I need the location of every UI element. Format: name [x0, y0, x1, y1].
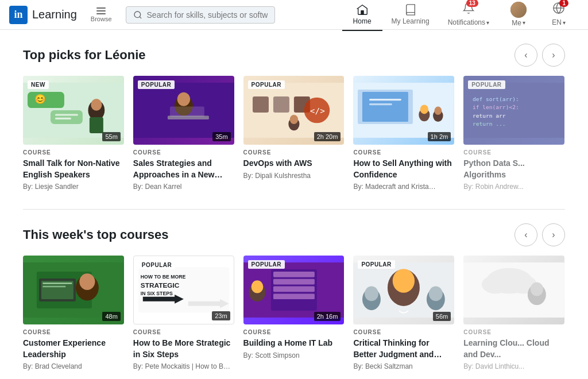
card-type-2: COURSE	[133, 149, 234, 156]
card-author-w2: By: Pete Mockaitis | How to Be Awesom...	[133, 362, 234, 370]
card-author-5: By: Robin Andrew...	[463, 183, 564, 191]
card-duration-3: 2h 20m	[314, 132, 341, 141]
svg-point-44	[79, 273, 95, 290]
nav-notifications-label: Notifications	[448, 18, 485, 26]
top-picks-section: Top picks for Léonie ‹ ›	[23, 44, 565, 191]
svg-line-1	[140, 17, 141, 18]
nav-language-label: EN	[552, 18, 562, 26]
card-badge-1: NEW	[28, 80, 49, 89]
card-author-w4: By: Becki Saltzman	[353, 362, 454, 370]
card-author-w1: By: Brad Cleveland	[23, 362, 124, 370]
top-courses-card-4[interactable]: POPULAR 56m COURSE Critical Thinking for…	[353, 256, 454, 370]
search-input[interactable]	[147, 10, 268, 20]
card-type-w3: COURSE	[243, 329, 345, 335]
svg-text:if len(arr)<2:: if len(arr)<2:	[473, 104, 519, 110]
card-thumb-5: def sort(arr): if len(arr)<2: return arr…	[463, 76, 564, 145]
card-thumb-w5	[463, 256, 564, 324]
card-duration-w2: 23m	[212, 311, 230, 320]
nav-home-label: Home	[353, 17, 372, 25]
svg-rect-18	[170, 107, 204, 117]
book-icon	[404, 3, 417, 16]
card-badge-5: POPULAR	[468, 80, 505, 89]
svg-point-0	[134, 11, 141, 18]
nav-notifications[interactable]: 13 Notifications ▾	[439, 0, 498, 32]
top-picks-next-button[interactable]: ›	[542, 44, 565, 67]
card-thumb-2: POPULAR 35m	[133, 76, 234, 145]
svg-rect-58	[273, 287, 315, 292]
nav-my-learning[interactable]: My Learning	[382, 0, 439, 31]
main-nav: Home My Learning 13 Notifications ▾	[342, 0, 579, 33]
top-picks-cards-row: 😊 NEW 55m COURSE Small Talk for Non-Nati…	[23, 76, 565, 191]
avatar	[510, 2, 527, 18]
svg-rect-59	[273, 294, 315, 300]
card-author-w5: By: David Linthicu...	[463, 362, 564, 370]
svg-text:STRATEGIC: STRATEGIC	[141, 281, 180, 289]
card-type-w4: COURSE	[353, 329, 454, 335]
browse-button[interactable]: Browse	[86, 5, 117, 25]
svg-point-8	[91, 99, 102, 111]
card-type-3: COURSE	[243, 149, 345, 156]
nav-my-learning-label: My Learning	[392, 17, 430, 25]
card-title-5: Python Data S... Algorithms	[463, 158, 564, 180]
linkedin-logo-icon: in	[9, 6, 28, 24]
card-thumb-w4: POPULAR 56m	[353, 256, 454, 324]
card-duration-w1: 48m	[102, 312, 120, 321]
top-courses-card-5[interactable]: COURSE Learning Clou... Cloud and Dev...…	[463, 256, 564, 370]
svg-point-68	[429, 287, 443, 301]
svg-text:def sort(arr):: def sort(arr):	[473, 96, 519, 102]
svg-rect-13	[55, 118, 71, 119]
me-chevron-icon: ▾	[523, 20, 525, 26]
card-type-w5: COURSE	[463, 329, 564, 335]
svg-point-26	[289, 115, 297, 124]
top-picks-card-4[interactable]: 1h 2m COURSE How to Sell Anything with C…	[353, 76, 454, 191]
browse-label: Browse	[91, 16, 112, 22]
card-author-4: By: Madecraft and Krista Demcher	[353, 183, 454, 191]
svg-text:😊: 😊	[34, 94, 46, 105]
card-type-5: COURSE	[463, 149, 564, 156]
card-title-1: Small Talk for Non-Native English Speake…	[23, 158, 124, 180]
top-picks-card-5[interactable]: def sort(arr): if len(arr)<2: return arr…	[463, 76, 564, 191]
card-thumb-1: 😊 NEW 55m	[23, 76, 124, 145]
top-courses-prev-button[interactable]: ‹	[514, 223, 537, 246]
card-title-w3: Building a Home IT Lab	[243, 338, 345, 349]
svg-text:return arr: return arr	[473, 113, 506, 119]
svg-rect-20	[253, 96, 269, 113]
svg-rect-34	[369, 99, 401, 100]
svg-rect-35	[369, 103, 392, 105]
top-courses-section: This week's top courses ‹ ›	[23, 223, 565, 370]
card-author-w3: By: Scott Simpson	[243, 351, 345, 359]
top-courses-title: This week's top courses	[23, 227, 168, 242]
nav-home[interactable]: Home	[342, 0, 382, 31]
card-thumb-4: 1h 2m	[353, 76, 454, 145]
search-bar[interactable]	[126, 6, 275, 24]
card-type-4: COURSE	[353, 149, 454, 156]
svg-point-71	[482, 276, 509, 294]
top-picks-card-3[interactable]: </> POPULAR 2h 20m COURSE DevOps with AW…	[243, 76, 345, 191]
card-author-3: By: Dipali Kulshrestha	[243, 172, 345, 180]
main-content: Top picks for Léonie ‹ ›	[0, 30, 588, 379]
top-courses-card-1[interactable]: 48m COURSE Customer Experience Leadershi…	[23, 256, 124, 370]
card-duration-w3: 2h 16m	[314, 312, 341, 321]
top-picks-prev-button[interactable]: ‹	[514, 44, 537, 67]
top-courses-next-button[interactable]: ›	[542, 223, 565, 246]
card-title-w4: Critical Thinking for Better Judgment an…	[353, 338, 454, 360]
nav-language[interactable]: 1 EN ▾	[539, 0, 579, 32]
language-badge: 1	[559, 0, 568, 7]
top-picks-card-1[interactable]: 😊 NEW 55m COURSE Small Talk for Non-Nati…	[23, 76, 124, 191]
svg-rect-2	[361, 10, 364, 14]
svg-point-64	[393, 269, 415, 293]
card-type-w1: COURSE	[23, 329, 124, 335]
svg-rect-12	[55, 114, 78, 115]
header: in Learning Browse Home My Lea	[0, 0, 588, 30]
card-type-1: COURSE	[23, 149, 124, 156]
nav-me[interactable]: Me ▾	[498, 0, 539, 33]
top-picks-card-2[interactable]: POPULAR 35m COURSE Sales Strategies and …	[133, 76, 234, 191]
card-title-w5: Learning Clou... Cloud and Dev...	[463, 338, 564, 360]
card-badge-2: POPULAR	[138, 80, 175, 89]
card-badge-3: POPULAR	[248, 80, 285, 89]
top-courses-card-2[interactable]: HOW TO BE MORE STRATEGIC IN SIX STEPS PO…	[133, 256, 234, 370]
home-icon	[356, 3, 369, 16]
top-courses-card-3[interactable]: POPULAR 2h 16m COURSE Building a Home IT…	[243, 256, 345, 370]
logo[interactable]: in Learning	[9, 6, 77, 24]
svg-rect-21	[273, 96, 289, 113]
